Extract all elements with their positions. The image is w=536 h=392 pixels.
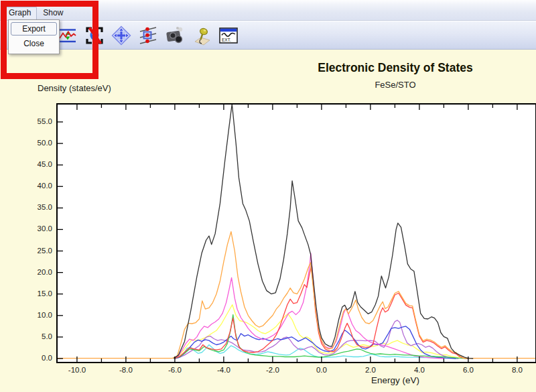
chart-subtitle: FeSe/STO: [255, 80, 536, 90]
y-tick-label: 5.0: [25, 332, 52, 340]
y-tick-label: 15.0: [25, 289, 52, 298]
y-tick-label: 50.0: [25, 139, 52, 147]
x-tick-label: 2.0: [355, 366, 386, 374]
y-tick-label: 45.0: [25, 160, 52, 168]
dos-plot: [0, 0, 536, 392]
y-tick-label: 55.0: [25, 117, 52, 125]
x-tick-label: -2.0: [257, 366, 288, 374]
y-tick-label: 30.0: [25, 224, 52, 233]
y-axis-title: Density (states/eV): [38, 83, 111, 93]
menu-item-export[interactable]: Export: [11, 22, 57, 36]
x-tick-label: 8.0: [502, 366, 533, 374]
x-tick-label: -8.0: [111, 366, 141, 374]
x-axis-title: Energy (eV): [295, 375, 496, 385]
x-tick-label: -6.0: [159, 366, 190, 374]
y-tick-label: 40.0: [25, 182, 52, 190]
y-tick-label: 0.0: [25, 354, 52, 362]
chart-area: Electronic Density of States FeSe/STO De…: [0, 49, 536, 392]
y-tick-label: 20.0: [25, 268, 52, 276]
graph-dropdown-menu: Export Close: [8, 19, 60, 54]
y-tick-label: 10.0: [25, 311, 52, 319]
y-tick-label: 35.0: [25, 203, 52, 211]
chart-title: Electronic Density of States: [255, 61, 536, 75]
x-tick-label: 4.0: [404, 366, 435, 374]
x-tick-label: -4.0: [208, 366, 239, 374]
x-tick-label: 6.0: [453, 366, 484, 374]
menu-item-close[interactable]: Close: [11, 37, 57, 50]
y-tick-label: 25.0: [25, 247, 52, 255]
x-tick-label: -10.0: [62, 366, 92, 374]
x-tick-label: 0.0: [306, 366, 337, 374]
